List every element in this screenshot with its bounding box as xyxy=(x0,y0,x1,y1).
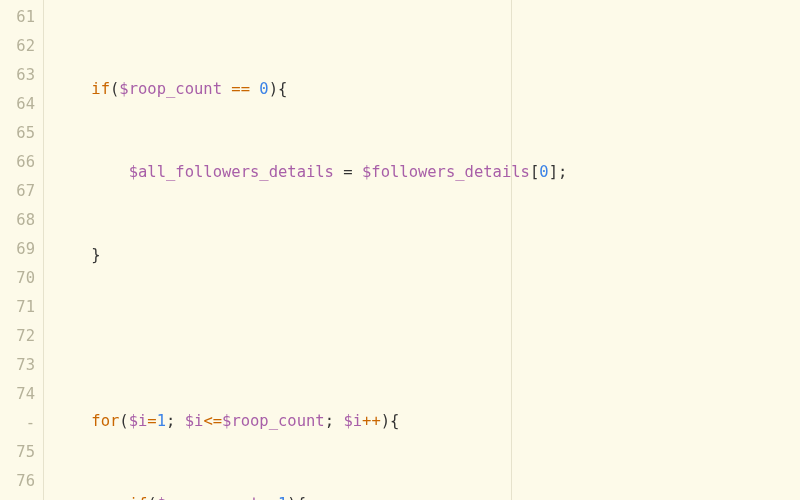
line-number: 73 xyxy=(0,351,35,380)
line-number: 74 xyxy=(0,380,35,409)
line-number: 61 xyxy=(0,3,35,32)
line-number: 65 xyxy=(0,119,35,148)
line-number: 66 xyxy=(0,148,35,177)
line-number: 67 xyxy=(0,177,35,206)
line-number: 62 xyxy=(0,32,35,61)
line-number-gutter: 61 62 63 64 65 66 67 68 69 70 71 72 73 7… xyxy=(0,0,44,500)
line-number: 63 xyxy=(0,61,35,90)
code-line[interactable]: $all_followers_details = $followers_deta… xyxy=(54,158,800,187)
line-number: 68 xyxy=(0,206,35,235)
line-number: 75 xyxy=(0,438,35,467)
line-number: 71 xyxy=(0,293,35,322)
code-line[interactable]: } xyxy=(54,241,800,270)
code-editor[interactable]: if($roop_count == 0){ $all_followers_det… xyxy=(44,0,800,500)
line-number: - xyxy=(0,409,35,438)
line-number: 70 xyxy=(0,264,35,293)
code-line[interactable]: if($roop_count>=1){ xyxy=(54,490,800,500)
line-number: 76 xyxy=(0,467,35,496)
line-number: 69 xyxy=(0,235,35,264)
code-line[interactable]: if($roop_count == 0){ xyxy=(54,75,800,104)
line-number: 64 xyxy=(0,90,35,119)
code-line[interactable]: for($i=1; $i<=$roop_count; $i++){ xyxy=(54,407,800,436)
line-number: 72 xyxy=(0,322,35,351)
code-line[interactable] xyxy=(54,324,800,353)
